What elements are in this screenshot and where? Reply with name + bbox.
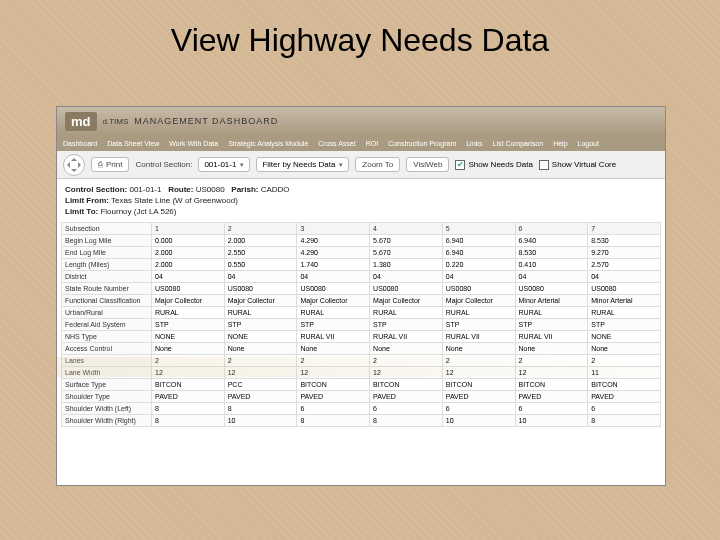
- show-virtual-checkbox[interactable]: Show Virtual Core: [539, 160, 616, 170]
- menu-item[interactable]: Construction Program: [388, 140, 456, 147]
- cell: 8.530: [515, 247, 588, 259]
- info-parish-label: Parish:: [231, 185, 258, 194]
- cell: 2.000: [152, 247, 225, 259]
- menu-item[interactable]: Links: [466, 140, 482, 147]
- menu-item[interactable]: Data Sheet View: [107, 140, 159, 147]
- cell: 6: [515, 403, 588, 415]
- column-header: 3: [297, 223, 370, 235]
- row-label: Shoulder Type: [62, 391, 152, 403]
- info-route-label: Route:: [168, 185, 193, 194]
- cell: PAVED: [297, 391, 370, 403]
- brand-sub: d.TIMS: [103, 117, 129, 126]
- table-row: State Route NumberUS0080US0080US0080US00…: [62, 283, 661, 295]
- toolbar: ⎙ Print Control Section: 001-01-1 ▾ Filt…: [57, 151, 665, 179]
- cell: BITCON: [442, 379, 515, 391]
- info-from-value: Texas State Line (W of Greenwood): [111, 196, 238, 205]
- row-label: Urban/Rural: [62, 307, 152, 319]
- cell: STP: [152, 319, 225, 331]
- app-window: md d.TIMS MANAGEMENT DASHBOARD Dashboard…: [56, 106, 666, 486]
- column-header: 5: [442, 223, 515, 235]
- control-section-label: Control Section:: [135, 160, 192, 169]
- row-label: Length (Miles): [62, 259, 152, 271]
- table-row: Federal Aid SystemSTPSTPSTPSTPSTPSTPSTP: [62, 319, 661, 331]
- data-grid: Subsection1234567 Begin Log Mile0.0002.0…: [61, 222, 661, 427]
- cell: RURAL: [442, 307, 515, 319]
- control-section-value: 001-01-1: [204, 160, 236, 169]
- cell: 04: [442, 271, 515, 283]
- visiweb-button[interactable]: VisiWeb: [406, 157, 449, 172]
- table-row: Shoulder TypePAVEDPAVEDPAVEDPAVEDPAVEDPA…: [62, 391, 661, 403]
- info-to-label: Limit To:: [65, 207, 98, 216]
- control-section-select[interactable]: 001-01-1 ▾: [198, 157, 250, 172]
- cell: 8: [370, 415, 443, 427]
- cell: 12: [224, 367, 297, 379]
- cell: PAVED: [515, 391, 588, 403]
- cell: None: [297, 343, 370, 355]
- row-label: Lanes: [62, 355, 152, 367]
- cell: STP: [442, 319, 515, 331]
- cell: 12: [297, 367, 370, 379]
- table-row: Length (Miles)2.0000.5501.7401.3800.2200…: [62, 259, 661, 271]
- cell: 12: [442, 367, 515, 379]
- table-row: Functional ClassificationMajor Collector…: [62, 295, 661, 307]
- cell: 2: [515, 355, 588, 367]
- cell: 6.940: [442, 247, 515, 259]
- cell: Minor Arterial: [588, 295, 661, 307]
- menu-item[interactable]: Cross Asset: [318, 140, 355, 147]
- filter-select[interactable]: Filter by Needs Data ▾: [256, 157, 349, 172]
- zoom-to-button[interactable]: Zoom To: [355, 157, 400, 172]
- cell: STP: [370, 319, 443, 331]
- cell: BITCON: [588, 379, 661, 391]
- cell: 8: [224, 403, 297, 415]
- cell: 2: [442, 355, 515, 367]
- menu-item[interactable]: Strategic Analysis Module: [228, 140, 308, 147]
- show-needs-checkbox[interactable]: ✔ Show Needs Data: [455, 160, 532, 170]
- info-cs-label: Control Section:: [65, 185, 127, 194]
- cell: None: [588, 343, 661, 355]
- cell: 04: [515, 271, 588, 283]
- table-row: Lane Width12121212121211: [62, 367, 661, 379]
- row-label: Shoulder Width (Right): [62, 415, 152, 427]
- cell: US0080: [224, 283, 297, 295]
- cell: 04: [224, 271, 297, 283]
- zoom-label: Zoom To: [362, 160, 393, 169]
- print-button[interactable]: ⎙ Print: [91, 157, 129, 172]
- cell: 6: [442, 403, 515, 415]
- cell: Major Collector: [224, 295, 297, 307]
- cell: RURAL: [297, 307, 370, 319]
- menu-item[interactable]: Help: [553, 140, 567, 147]
- column-header: 2: [224, 223, 297, 235]
- row-label: Surface Type: [62, 379, 152, 391]
- info-block: Control Section: 001-01-1 Route: US0080 …: [57, 179, 665, 222]
- cell: 0.000: [152, 235, 225, 247]
- menu-item[interactable]: ROI: [366, 140, 378, 147]
- nav-dpad[interactable]: [63, 154, 85, 176]
- chevron-down-icon: ▾: [339, 161, 343, 169]
- print-label: Print: [106, 160, 122, 169]
- cell: PAVED: [588, 391, 661, 403]
- cell: 12: [515, 367, 588, 379]
- menu-item[interactable]: Dashboard: [63, 140, 97, 147]
- row-label: Shoulder Width (Left): [62, 403, 152, 415]
- menu-item[interactable]: Logout: [578, 140, 599, 147]
- cell: 5.670: [370, 235, 443, 247]
- row-label: Lane Width: [62, 367, 152, 379]
- show-virtual-label: Show Virtual Core: [552, 160, 616, 169]
- cell: PAVED: [224, 391, 297, 403]
- cell: 2.550: [224, 247, 297, 259]
- cell: 2.000: [152, 259, 225, 271]
- cell: None: [224, 343, 297, 355]
- info-route-value: US0080: [196, 185, 225, 194]
- cell: 0.410: [515, 259, 588, 271]
- menu-item[interactable]: Work With Data: [169, 140, 218, 147]
- cell: STP: [224, 319, 297, 331]
- column-header: 4: [370, 223, 443, 235]
- cell: None: [515, 343, 588, 355]
- table-row: Urban/RuralRURALRURALRURALRURALRURALRURA…: [62, 307, 661, 319]
- cell: 10: [442, 415, 515, 427]
- menu-item[interactable]: List Comparison: [493, 140, 544, 147]
- cell: 04: [297, 271, 370, 283]
- cell: None: [442, 343, 515, 355]
- cell: 6: [297, 403, 370, 415]
- cell: 6.940: [515, 235, 588, 247]
